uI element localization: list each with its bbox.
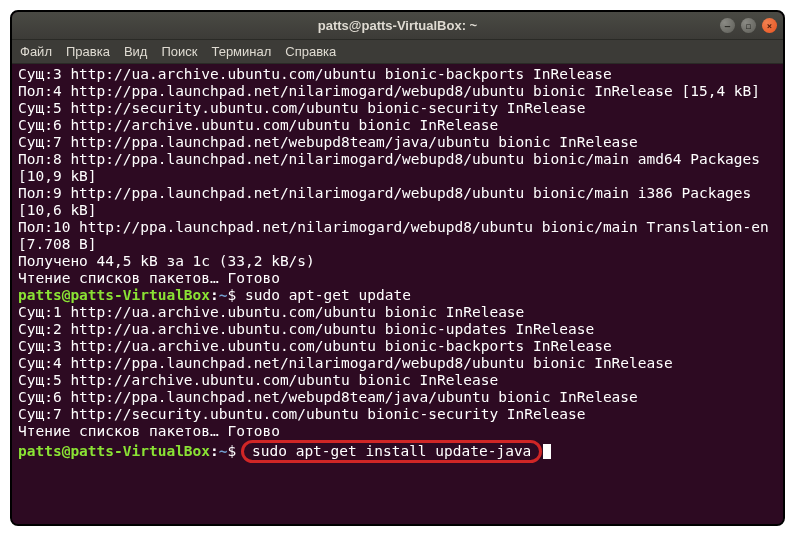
titlebar: patts@patts-VirtualBox: ~ – ◻ × bbox=[12, 12, 783, 40]
output-line: Получено 44,5 kB за 1с (33,2 kB/s) bbox=[18, 253, 315, 269]
cursor-icon bbox=[543, 444, 551, 459]
prompt-dollar: $ bbox=[228, 443, 237, 459]
prompt-path: ~ bbox=[219, 443, 228, 459]
output-line: Сущ:7 http://ppa.launchpad.net/webupd8te… bbox=[18, 134, 638, 150]
output-line: Пол:10 http://ppa.launchpad.net/nilarimo… bbox=[18, 219, 778, 252]
output-line: Пол:9 http://ppa.launchpad.net/nilarimog… bbox=[18, 185, 760, 218]
output-line: Пол:8 http://ppa.launchpad.net/nilarimog… bbox=[18, 151, 769, 184]
output-line: Сущ:1 http://ua.archive.ubuntu.com/ubunt… bbox=[18, 304, 524, 320]
window-controls: – ◻ × bbox=[720, 18, 777, 33]
menu-file[interactable]: Файл bbox=[20, 44, 52, 59]
prompt-colon: : bbox=[210, 287, 219, 303]
menubar: Файл Правка Вид Поиск Терминал Справка bbox=[12, 40, 783, 64]
output-line: Сущ:3 http://ua.archive.ubuntu.com/ubunt… bbox=[18, 338, 612, 354]
prompt-dollar: $ bbox=[228, 287, 237, 303]
menu-view[interactable]: Вид bbox=[124, 44, 148, 59]
output-line: Сущ:4 http://ppa.launchpad.net/nilarimog… bbox=[18, 355, 673, 371]
output-line: Сущ:5 http://archive.ubuntu.com/ubuntu b… bbox=[18, 372, 498, 388]
menu-search[interactable]: Поиск bbox=[161, 44, 197, 59]
command-text: sudo apt-get install update-java bbox=[252, 443, 531, 459]
menu-help[interactable]: Справка bbox=[285, 44, 336, 59]
command-text: sudo apt-get update bbox=[236, 287, 411, 303]
window-title: patts@patts-VirtualBox: ~ bbox=[318, 18, 477, 33]
maximize-button[interactable]: ◻ bbox=[741, 18, 756, 33]
close-button[interactable]: × bbox=[762, 18, 777, 33]
output-line: Чтение списков пакетов… Готово bbox=[18, 270, 280, 286]
prompt-path: ~ bbox=[219, 287, 228, 303]
output-line: Сущ:6 http://ppa.launchpad.net/webupd8te… bbox=[18, 389, 638, 405]
output-line: Сущ:5 http://security.ubuntu.com/ubuntu … bbox=[18, 100, 585, 116]
terminal-window: patts@patts-VirtualBox: ~ – ◻ × Файл Пра… bbox=[10, 10, 785, 526]
output-line: Сущ:6 http://archive.ubuntu.com/ubuntu b… bbox=[18, 117, 498, 133]
minimize-button[interactable]: – bbox=[720, 18, 735, 33]
highlighted-command: sudo apt-get install update-java bbox=[241, 440, 542, 463]
menu-edit[interactable]: Правка bbox=[66, 44, 110, 59]
prompt-user-host: patts@patts-VirtualBox bbox=[18, 287, 210, 303]
terminal-body[interactable]: Сущ:3 http://ua.archive.ubuntu.com/ubunt… bbox=[12, 64, 783, 524]
output-line: Сущ:3 http://ua.archive.ubuntu.com/ubunt… bbox=[18, 66, 612, 82]
prompt-user-host: patts@patts-VirtualBox bbox=[18, 443, 210, 459]
output-line: Сущ:2 http://ua.archive.ubuntu.com/ubunt… bbox=[18, 321, 594, 337]
prompt-colon: : bbox=[210, 443, 219, 459]
menu-terminal[interactable]: Терминал bbox=[211, 44, 271, 59]
output-line: Пол:4 http://ppa.launchpad.net/nilarimog… bbox=[18, 83, 760, 99]
output-line: Сущ:7 http://security.ubuntu.com/ubuntu … bbox=[18, 406, 585, 422]
output-line: Чтение списков пакетов… Готово bbox=[18, 423, 280, 439]
